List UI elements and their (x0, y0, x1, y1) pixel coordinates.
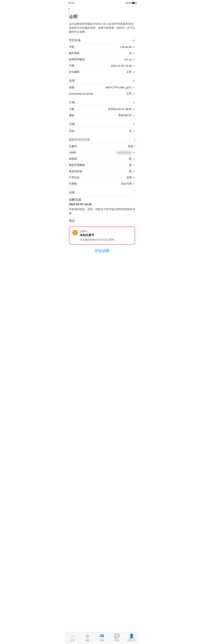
car-check-5: ✓ (133, 176, 135, 179)
subscription-value-0: 至2023-10-21 08:00 ✓ (108, 108, 135, 111)
car-check-2: ✓ (133, 158, 135, 160)
subscription-section-header: 订购 ✓ (69, 100, 135, 106)
vin-blurred (116, 151, 132, 154)
device-label-4: 定位服务 (69, 70, 80, 74)
device-section-header: 您的设备 ✓ (69, 38, 135, 44)
subscription-label-1: 通知 (69, 114, 74, 117)
subscription-label-0: 订购 (69, 108, 74, 111)
connection-label-0: 连接 (69, 86, 74, 89)
status-right: 14:18 (125, 2, 136, 4)
car-check-6: ✓ (133, 182, 135, 186)
car-row-6: 可用性 完全可用 ✓ (69, 181, 135, 187)
conn-check-1: ✓ (133, 92, 135, 95)
device-section-check: ✓ (132, 38, 135, 42)
car-value-0: 未知 ! (128, 145, 135, 148)
device-row-2: 应用程序版本 4.6.12 ✓ (69, 56, 135, 63)
connection-row-0: 连接 Wi-Fi ("TP-LINK_jprr") ✓ (69, 84, 135, 91)
battery-icon (132, 2, 136, 4)
warning-card-inner: i 注册号 未知注册号 无法确定您的沃尔沃汽车注册号。 (72, 230, 132, 242)
device-row-3: 日期 2021-01-07 14:18 ✓ (69, 63, 135, 69)
subscription-row-1: 通知 所有均打开 ✓ (69, 112, 135, 118)
status-signal: 46 4G ↑↓ (68, 2, 76, 4)
car-label-3: 预设空调系统 (69, 164, 85, 167)
car-label-0: 注册号 (69, 145, 77, 148)
connection-section: 连接 ✓ 连接 Wi-Fi ("TP-LINK_jprr") ✓ Connect… (69, 79, 135, 97)
battery-fill (132, 2, 135, 4)
device-label-0: 手机 (69, 45, 74, 49)
device-row-4: 定位服务 正常 ✓ (69, 69, 135, 75)
warning-section-title: 警告 (69, 219, 135, 224)
conn-check-0: ✓ (133, 86, 135, 89)
car-label-6: 可用性 (69, 182, 77, 186)
device-label-2: 应用程序版本 (69, 58, 85, 61)
check-icon-3: ✓ (133, 64, 135, 67)
sub-check-1: ✓ (133, 114, 135, 117)
func-check-0: ✓ (133, 130, 135, 132)
car-value-6: 完全可用 ✓ (121, 182, 135, 186)
car-section-header: 您的沃尔沃汽车 ! (69, 138, 135, 143)
connection-value-0: Wi-Fi ("TP-LINK_jprr") ✓ (106, 86, 135, 89)
device-value-3: 2021-01-07 14:18 ✓ (111, 64, 135, 67)
car-row-3: 预设空调系统 是 ✓ (69, 162, 135, 168)
warning-card: i 注册号 未知注册号 无法确定您的沃尔沃汽车注册号。 (69, 226, 135, 244)
car-check-3: ✓ (133, 164, 135, 167)
functions-section-header: 功能 ✓ (69, 122, 135, 128)
warning-category: 注册号 (80, 230, 117, 233)
device-row-0: 手机 LYA-AL00 ✓ (69, 44, 135, 50)
subscription-section-check: ✓ (132, 101, 135, 104)
results-section-title: 结果 (69, 191, 135, 196)
car-row-5: 行车日志 启用 ✓ (69, 174, 135, 181)
main-content: 诊断 运行诊断程序来确定对Volvo On Call 随车管家服务造成影响的任何… (65, 14, 139, 277)
start-diagnosis-button[interactable]: 开始诊断 (94, 248, 110, 254)
page-title: 诊断 (69, 14, 135, 20)
start-btn-wrap: 开始诊断 (69, 248, 135, 254)
car-label-4: 发送目的地 (69, 170, 82, 173)
car-section-warn: ! (134, 138, 135, 142)
header: ‹ (65, 5, 139, 12)
car-section: 您的沃尔沃汽车 ! 注册号 未知 ! VIN码 ✓ 加热器 是 ✓ 预设空调系统… (69, 138, 135, 187)
car-label-2: 加热器 (69, 157, 77, 160)
warning-icon: i (72, 230, 78, 235)
car-row-0: 注册号 未知 ! (69, 144, 135, 150)
results-section: 结果 诊断完成 2021-01-07 14:18 未检测到错误。说明：间歇性干扰… (69, 191, 135, 215)
subscription-value-1: 所有均打开 ✓ (118, 114, 135, 117)
sub-check-0: ✓ (133, 108, 135, 111)
car-value-2: 是 ✓ (129, 157, 135, 160)
diagnosis-date: 2021-01-07 14:18 (69, 202, 135, 206)
functions-value-0: 无 ✓ (129, 129, 135, 133)
car-value-1: ✓ (116, 151, 135, 154)
status-time: 14:18 (125, 2, 131, 4)
diagnosis-description: 未检测到错误。说明：间歇性干扰可能会暂时性影响各功能。 (69, 207, 135, 215)
page-description: 运行诊断程序来确定对Volvo On Call 随车管家服务造成影响的任何问题的… (69, 22, 135, 34)
car-value-5: 启用 ✓ (126, 176, 135, 179)
device-section: 您的设备 ✓ 手机 LYA-AL00 ✓ 操作系统 10 ✓ 应用程序版本 4.… (69, 38, 135, 75)
check-icon-1: ✓ (133, 52, 135, 55)
functions-section-check: ✓ (132, 122, 135, 126)
status-bar: 46 4G ↑↓ 14:18 (65, 0, 139, 5)
functions-row-0: 活动 无 ✓ (69, 128, 135, 134)
car-value-3: 是 ✓ (129, 164, 135, 167)
check-icon-4: ✓ (133, 70, 135, 74)
device-value-0: LYA-AL00 ✓ (120, 46, 135, 48)
warning-section: 警告 i 注册号 未知注册号 无法确定您的沃尔沃汽车注册号。 (69, 219, 135, 244)
warning-content: 注册号 未知注册号 无法确定您的沃尔沃汽车注册号。 (80, 230, 117, 242)
connection-row-1: Connection to server 正常 ✓ (69, 91, 135, 97)
connection-section-header: 连接 ✓ (69, 79, 135, 84)
device-label-3: 日期 (69, 64, 74, 68)
functions-section-title: 功能 (69, 122, 75, 126)
car-label-1: VIN码 (69, 151, 76, 154)
back-button[interactable]: ‹ (68, 6, 70, 11)
device-value-2: 4.6.12 ✓ (124, 58, 135, 61)
connection-section-title: 连接 (69, 79, 75, 83)
vin-check: ✓ (133, 151, 135, 154)
functions-label-0: 活动 (69, 129, 74, 133)
warn-icon-0: ! (134, 145, 135, 148)
connection-section-check: ✓ (132, 79, 135, 82)
subscription-section: 订购 ✓ 订购 至2023-10-21 08:00 ✓ 通知 所有均打开 ✓ (69, 100, 135, 118)
car-row-1: VIN码 ✓ (69, 150, 135, 156)
device-label-1: 操作系统 (69, 52, 80, 55)
diagnosis-complete-label: 诊断完成 (69, 198, 135, 202)
check-icon-0: ✓ (133, 46, 135, 48)
device-row-1: 操作系统 10 ✓ (69, 50, 135, 56)
car-section-title: 您的沃尔沃汽车 (69, 138, 90, 142)
